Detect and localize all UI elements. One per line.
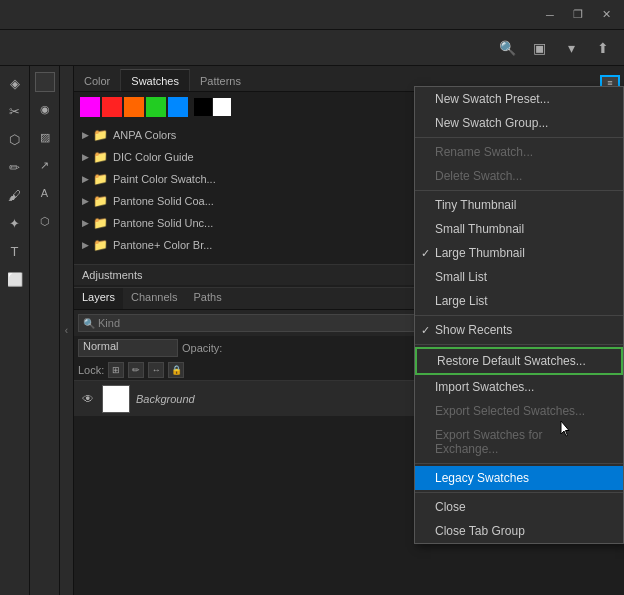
menu-divider-13: [415, 344, 623, 345]
share-icon[interactable]: ⬆: [590, 35, 616, 61]
menu-divider-11: [415, 315, 623, 316]
minimize-button[interactable]: ─: [536, 3, 564, 27]
collapse-arrow[interactable]: ‹: [60, 66, 74, 595]
folder-icon-anpa: 📁: [93, 128, 108, 142]
lock-label: Lock:: [78, 364, 104, 376]
menu-divider-18: [415, 463, 623, 464]
dropdown-menu: New Swatch Preset...New Swatch Group...R…: [414, 86, 624, 544]
tool-star[interactable]: ✦: [2, 210, 28, 236]
folder-icon-dic: 📁: [93, 150, 108, 164]
group-arrow-pantone-coa: ▶: [82, 196, 89, 206]
swatch-green[interactable]: [146, 97, 166, 117]
top-toolbar: 🔍 ▣ ▾ ⬆: [0, 30, 624, 66]
menu-item-large-list[interactable]: Large List: [415, 289, 623, 313]
menu-divider-2: [415, 137, 623, 138]
blend-mode-select[interactable]: Normal: [78, 339, 178, 357]
swatch-orange[interactable]: [124, 97, 144, 117]
menu-item-close-tab-group[interactable]: Close Tab Group: [415, 519, 623, 543]
tool-select[interactable]: ◈: [2, 70, 28, 96]
panel-icon-5[interactable]: A: [32, 180, 58, 206]
group-arrow-pantone-unc: ▶: [82, 218, 89, 228]
folder-icon-pantone-unc: 📁: [93, 216, 108, 230]
folder-icon-pantone-br: 📁: [93, 238, 108, 252]
menu-item-small-list[interactable]: Small List: [415, 265, 623, 289]
search-icon-layers: 🔍: [83, 318, 95, 329]
group-arrow-anpa: ▶: [82, 130, 89, 140]
right-panel: Color Swatches Patterns ≡ ▶ 📁: [74, 66, 624, 595]
tool-brush[interactable]: 🖌: [2, 182, 28, 208]
menu-item-export-selected-swatches-: Export Selected Swatches...: [415, 399, 623, 423]
panel-icon-4[interactable]: ↗: [32, 152, 58, 178]
menu-item-show-recents[interactable]: Show Recents: [415, 318, 623, 342]
group-label-pantone-coa: Pantone Solid Coa...: [113, 195, 214, 207]
tool-shape[interactable]: ⬡: [2, 126, 28, 152]
menu-item-export-swatches-for-exchange-: Export Swatches for Exchange...: [415, 423, 623, 461]
menu-item-rename-swatch-: Rename Swatch...: [415, 140, 623, 164]
tab-swatches[interactable]: Swatches: [120, 69, 190, 91]
title-bar: ─ ❐ ✕: [0, 0, 624, 30]
search-icon[interactable]: 🔍: [494, 35, 520, 61]
tab-patterns[interactable]: Patterns: [190, 69, 251, 91]
group-arrow-dic: ▶: [82, 152, 89, 162]
tab-paths[interactable]: Paths: [186, 288, 230, 309]
group-arrow-paint: ▶: [82, 174, 89, 184]
menu-item-tiny-thumbnail[interactable]: Tiny Thumbnail: [415, 193, 623, 217]
tab-color[interactable]: Color: [74, 69, 120, 91]
menu-item-new-swatch-preset-[interactable]: New Swatch Preset...: [415, 87, 623, 111]
menu-item-restore-default-swatches-[interactable]: Restore Default Swatches...: [415, 347, 623, 375]
layout-icon[interactable]: ▣: [526, 35, 552, 61]
lock-icon-1[interactable]: ⊞: [108, 362, 124, 378]
swatch-red[interactable]: [102, 97, 122, 117]
group-arrow-pantone-br: ▶: [82, 240, 89, 250]
tools-panel: ◈ ✂ ⬡ ✏ 🖌 ✦ T ⬜: [0, 66, 30, 595]
tool-pencil[interactable]: ✏: [2, 154, 28, 180]
panel-icon-2[interactable]: ◉: [32, 96, 58, 122]
group-label-pantone-unc: Pantone Solid Unc...: [113, 217, 213, 229]
opacity-label: Opacity:: [182, 342, 222, 354]
menu-divider-5: [415, 190, 623, 191]
swatch-magenta[interactable]: [80, 97, 100, 117]
tool-crop[interactable]: ✂: [2, 98, 28, 124]
lock-icon-2[interactable]: ✏: [128, 362, 144, 378]
panel-icon-1[interactable]: [35, 72, 55, 92]
menu-item-delete-swatch-: Delete Swatch...: [415, 164, 623, 188]
secondary-panel: ◉ ▨ ↗ A ⬡: [30, 66, 60, 595]
menu-item-new-swatch-group-[interactable]: New Swatch Group...: [415, 111, 623, 135]
close-window-button[interactable]: ✕: [592, 3, 620, 27]
tool-rect[interactable]: ⬜: [2, 266, 28, 292]
layer-thumbnail: [102, 385, 130, 413]
swatch-white[interactable]: [213, 98, 231, 116]
swatch-blue[interactable]: [168, 97, 188, 117]
layout-arrow-icon[interactable]: ▾: [558, 35, 584, 61]
swatch-bw-group: [194, 98, 231, 116]
kind-label: Kind: [98, 317, 120, 329]
folder-icon-pantone-coa: 📁: [93, 194, 108, 208]
menu-item-close[interactable]: Close: [415, 495, 623, 519]
tab-channels[interactable]: Channels: [123, 288, 185, 309]
tool-text[interactable]: T: [2, 238, 28, 264]
layer-visibility-icon[interactable]: 👁: [80, 391, 96, 407]
lock-icon-3[interactable]: ↔: [148, 362, 164, 378]
main-layout: ◈ ✂ ⬡ ✏ 🖌 ✦ T ⬜ ◉ ▨ ↗ A ⬡ ‹ Color Swatch…: [0, 66, 624, 595]
folder-icon-paint: 📁: [93, 172, 108, 186]
group-label-dic: DIC Color Guide: [113, 151, 194, 163]
panel-icon-6[interactable]: ⬡: [32, 208, 58, 234]
menu-divider-20: [415, 492, 623, 493]
menu-item-small-thumbnail[interactable]: Small Thumbnail: [415, 217, 623, 241]
group-label-pantone-br: Pantone+ Color Br...: [113, 239, 212, 251]
panel-icon-3[interactable]: ▨: [32, 124, 58, 150]
swatch-black[interactable]: [194, 98, 212, 116]
menu-item-large-thumbnail[interactable]: Large Thumbnail: [415, 241, 623, 265]
restore-button[interactable]: ❐: [564, 3, 592, 27]
menu-item-import-swatches-[interactable]: Import Swatches...: [415, 375, 623, 399]
lock-icon-4[interactable]: 🔒: [168, 362, 184, 378]
group-label-anpa: ANPA Colors: [113, 129, 176, 141]
menu-item-legacy-swatches[interactable]: Legacy Swatches: [415, 466, 623, 490]
tab-layers[interactable]: Layers: [74, 288, 123, 309]
group-label-paint: Paint Color Swatch...: [113, 173, 216, 185]
